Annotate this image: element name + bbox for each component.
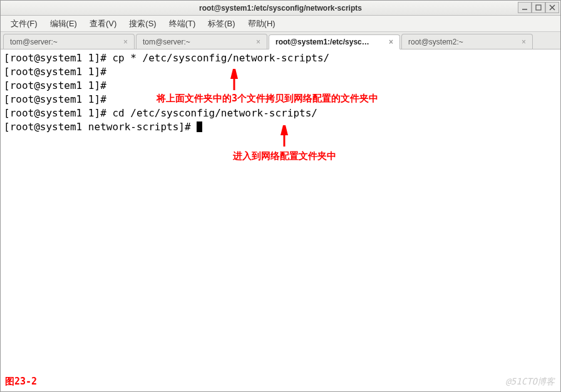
menu-help[interactable]: 帮助(H) — [242, 16, 282, 31]
terminal-line: [root@system1 1]# cp * /etc/sysconfig/ne… — [4, 51, 557, 65]
watermark: @51CTO博客 — [505, 374, 555, 388]
menu-view[interactable]: 查看(V) — [83, 16, 123, 31]
maximize-button[interactable] — [532, 2, 545, 13]
tab-label: root@system1:/etc/sysc… — [275, 38, 386, 46]
terminal-line: [root@system1 network-scripts]# — [4, 120, 557, 134]
minimize-button[interactable] — [518, 2, 532, 13]
terminal-tab[interactable]: root@system2:~ × — [401, 34, 533, 49]
menu-file[interactable]: 文件(F) — [4, 16, 44, 31]
tab-label: tom@server:~ — [143, 38, 254, 46]
tab-label: root@system2:~ — [408, 38, 519, 46]
close-button[interactable] — [545, 2, 559, 13]
terminal-tab[interactable]: tom@server:~ × — [3, 34, 135, 49]
annotation-text: 进入到网络配置文件夹中 — [233, 149, 336, 163]
menu-tabs[interactable]: 标签(B) — [202, 16, 241, 31]
terminal-line: [root@system1 1]# — [4, 65, 557, 79]
svg-rect-1 — [536, 5, 541, 10]
terminal-line: [root@system1 1]# — [4, 93, 557, 106]
menubar: 文件(F) 编辑(E) 查看(V) 搜索(S) 终端(T) 标签(B) 帮助(H… — [1, 16, 560, 32]
cursor-icon — [197, 121, 202, 132]
terminal-area[interactable]: [root@system1 1]# cp * /etc/sysconfig/ne… — [1, 50, 560, 391]
titlebar: root@system1:/etc/sysconfig/network-scri… — [1, 1, 560, 16]
terminal-tab-active[interactable]: root@system1:/etc/sysc… × — [269, 34, 400, 49]
terminal-tab[interactable]: tom@server:~ × — [136, 34, 267, 49]
close-icon[interactable]: × — [519, 38, 528, 46]
tab-label: tom@server:~ — [10, 38, 121, 46]
close-icon[interactable]: × — [121, 38, 130, 46]
terminal-line: [root@system1 1]# cd /etc/sysconfig/netw… — [4, 106, 557, 120]
menu-edit[interactable]: 编辑(E) — [44, 16, 83, 31]
terminal-line: [root@system1 1]# — [4, 79, 557, 93]
tabbar: tom@server:~ × tom@server:~ × root@syste… — [1, 32, 560, 49]
close-icon[interactable]: × — [386, 38, 396, 46]
menu-search[interactable]: 搜索(S) — [123, 16, 162, 31]
window-title: root@system1:/etc/sysconfig/network-scri… — [1, 4, 560, 13]
figure-label: 图23-2 — [5, 374, 37, 388]
window-controls — [518, 2, 559, 13]
menu-terminal[interactable]: 终端(T) — [163, 16, 202, 31]
close-icon[interactable]: × — [254, 38, 263, 46]
